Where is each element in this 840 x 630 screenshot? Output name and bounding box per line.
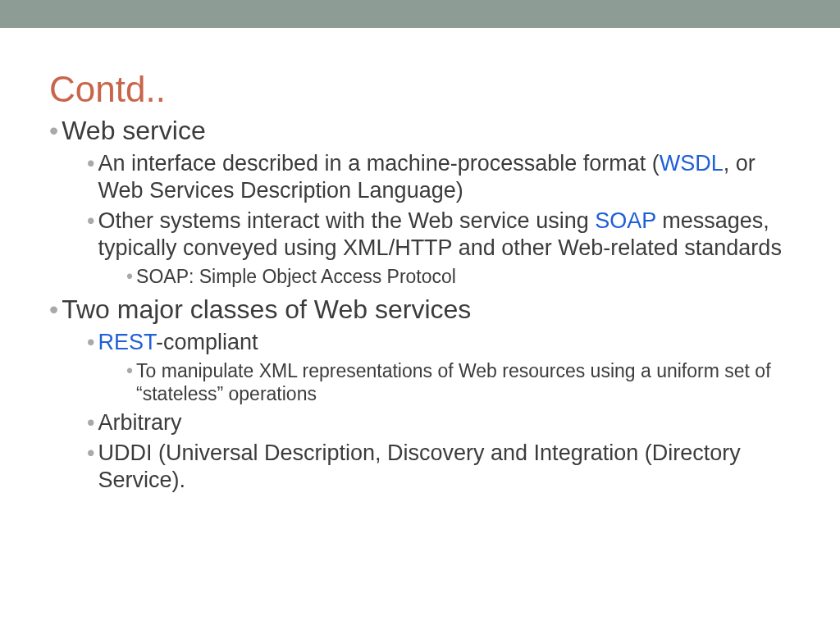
bullet-icon: • — [126, 359, 133, 383]
slide-content: Contd.. • Web service • An interface des… — [0, 28, 840, 494]
bullet-text: Two major classes of Web services — [62, 294, 791, 326]
bullet-text: SOAP: Simple Object Access Protocol — [136, 265, 791, 289]
bullet-text: REST-compliant — [98, 329, 791, 356]
bullet-icon: • — [87, 150, 94, 177]
bullet-arbitrary: • Arbitrary — [49, 409, 791, 436]
bullet-icon: • — [49, 294, 58, 326]
bullet-icon: • — [87, 409, 94, 436]
bullet-icon: • — [126, 265, 133, 289]
link-wsdl[interactable]: WSDL — [660, 151, 724, 176]
bullet-text: UDDI (Universal Description, Discovery a… — [98, 440, 791, 494]
bullet-text: Arbitrary — [98, 409, 791, 436]
bullet-icon: • — [49, 115, 58, 147]
bullet-icon: • — [87, 440, 94, 467]
link-rest[interactable]: REST — [98, 330, 156, 354]
bullet-rest: • REST-compliant — [49, 329, 791, 356]
bullet-text: Other systems interact with the Web serv… — [98, 208, 791, 262]
bullet-soap-def: • SOAP: Simple Object Access Protocol — [49, 265, 791, 289]
text-pre: Other systems interact with the Web serv… — [98, 208, 595, 233]
text-post: -compliant — [156, 330, 258, 354]
bullet-two-classes: • Two major classes of Web services — [49, 294, 791, 326]
slide-title: Contd.. — [49, 69, 791, 110]
bullet-wsdl: • An interface described in a machine-pr… — [49, 150, 791, 204]
bullet-text: To manipulate XML representations of Web… — [136, 359, 791, 407]
bullet-icon: • — [87, 329, 94, 356]
link-soap[interactable]: SOAP — [595, 208, 656, 233]
bullet-web-service: • Web service — [49, 115, 791, 147]
text-pre: An interface described in a machine-proc… — [98, 151, 659, 176]
bullet-icon: • — [87, 208, 94, 235]
bullet-text: Web service — [62, 115, 791, 147]
bullet-text: An interface described in a machine-proc… — [98, 150, 791, 204]
slide-top-bar — [0, 0, 840, 28]
bullet-uddi: • UDDI (Universal Description, Discovery… — [49, 440, 791, 494]
bullet-rest-def: • To manipulate XML representations of W… — [49, 359, 791, 407]
bullet-soap: • Other systems interact with the Web se… — [49, 208, 791, 262]
